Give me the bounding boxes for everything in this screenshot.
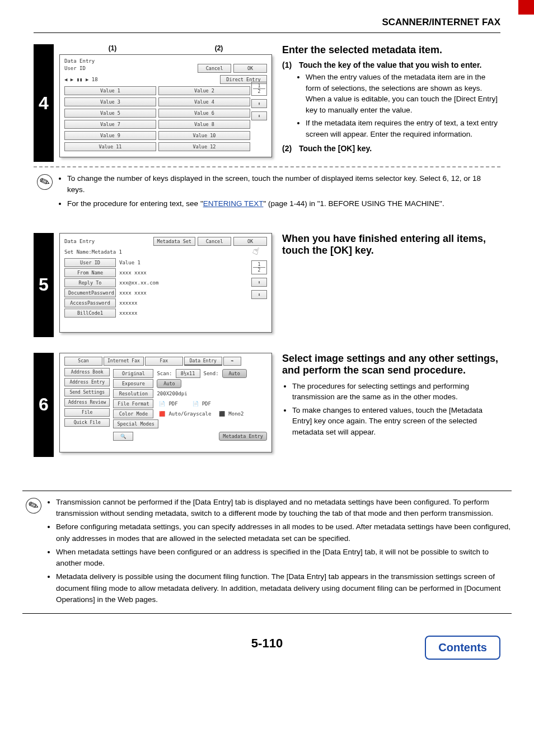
ok-button[interactable]: OK [233, 237, 267, 246]
field-button[interactable]: From Name [64, 268, 116, 277]
tab-scan[interactable]: Scan [64, 357, 102, 366]
value-key[interactable]: Value 12 [158, 142, 250, 151]
panel-title: Data Entry [64, 239, 151, 244]
page-header: SCANNER/INTERNET FAX [0, 0, 534, 30]
field-value: xxxx xxxx [119, 270, 147, 276]
note-bullet: When metadata settings have been configu… [56, 547, 512, 570]
tab-ifax[interactable]: Internet Fax [104, 357, 144, 366]
send-value[interactable]: Auto [222, 369, 247, 378]
side-button[interactable]: Address Book [64, 368, 110, 376]
red-corner [518, 0, 534, 15]
send-label: Send: [204, 371, 219, 376]
bullet: The procedures for selecting settings an… [292, 381, 500, 403]
value-key[interactable]: Value 2 [158, 86, 250, 95]
arrow-up-button[interactable]: ⬆ [251, 99, 267, 108]
row-label[interactable]: File Format [113, 399, 153, 408]
side-button[interactable]: Address Review [64, 398, 110, 407]
resolution-value: 200X200dpi [157, 391, 187, 396]
scan-value[interactable]: 8½x11 [176, 369, 200, 378]
pager-total: 2 [253, 267, 265, 273]
value-key[interactable]: Value 1 [64, 86, 156, 95]
note-bullet: Metadata delivery is possible using the … [56, 571, 512, 605]
value-key[interactable]: Value 5 [64, 109, 156, 118]
field-value: xxxxxx [119, 310, 138, 316]
note-icon: ✎ [22, 497, 45, 514]
tab-fax[interactable]: Fax [145, 357, 183, 366]
side-button[interactable]: Address Entry [64, 378, 110, 386]
note-icon: ✎ [34, 173, 56, 190]
field-button[interactable]: User ID [64, 258, 116, 267]
pager-total: 2 [253, 88, 265, 94]
set-name: Set Name:Metadata 1 [64, 249, 267, 255]
ok-button[interactable]: OK [233, 64, 267, 73]
note-bullet: To change the number of keys displayed i… [67, 173, 500, 196]
step-4: 4 (1) (2) Data Entry User ID Cancel OK ◀… [34, 44, 500, 162]
arrow-up-button[interactable]: ⬆ [251, 278, 267, 287]
value-key[interactable]: Value 4 [158, 97, 250, 106]
step-number-6: 6 [34, 353, 54, 457]
dashed-separator [34, 166, 500, 167]
arrow-down-button[interactable]: ⬇ [251, 290, 267, 299]
bullet: When the entry values of the metadata it… [306, 72, 500, 115]
marker-2: (2) [215, 44, 223, 52]
pager-current: 1 [253, 83, 265, 88]
entering-text-link[interactable]: ENTERING TEXT [203, 199, 264, 208]
substep-num-1: (1) [282, 60, 299, 69]
metadata-entry-button[interactable]: Metadata Entry [219, 432, 267, 441]
metadata-set-button[interactable]: Metadata Set [153, 237, 195, 246]
step-number-4: 4 [34, 44, 54, 162]
contents-button[interactable]: Contents [425, 636, 500, 660]
note-text: For the procedure for entering text, see… [67, 199, 203, 208]
row-label[interactable]: Exposure [113, 379, 153, 388]
step5-panel: Data Entry Metadata Set Cancel OK ☝ Set … [59, 233, 272, 333]
marker-1: (1) [109, 44, 117, 52]
substep-text-2: Touch the [OK] key. [299, 144, 372, 153]
row-label[interactable]: Original [113, 369, 153, 378]
page-sel[interactable]: 18 [92, 77, 98, 82]
field-button[interactable]: BillCode1 [64, 309, 116, 318]
side-button[interactable]: File [64, 408, 110, 417]
value-key[interactable]: Value 3 [64, 97, 156, 106]
row-label[interactable]: Resolution [113, 389, 153, 398]
cm-v1: Auto/Grayscale [168, 411, 211, 417]
ff-v2: PDF [202, 401, 211, 407]
field-button[interactable]: AccessPassword [64, 298, 116, 307]
note-bullet: Before configuring metadata settings, yo… [56, 521, 512, 544]
pager-current: 1 [253, 262, 265, 267]
field-value: xxxxxx [119, 300, 138, 306]
tab-data-entry[interactable]: Data Entry [184, 357, 222, 366]
cm-v2: Mono2 [228, 411, 243, 417]
step-5: 5 Data Entry Metadata Set Cancel OK ☝ Se… [34, 233, 500, 337]
step4-panel: Data Entry User ID Cancel OK ◀ ▶ ▮▮ ▶ 18… [59, 54, 272, 157]
note-bullet: For the procedure for entering text, see… [67, 198, 500, 209]
cancel-button[interactable]: Cancel [198, 237, 231, 246]
value-key[interactable]: Value 11 [64, 142, 156, 151]
cancel-button[interactable]: Cancel [198, 64, 231, 73]
preview-icon-button[interactable]: 🔍 [113, 432, 133, 441]
note-text: " (page 1-44) in "1. BEFORE USING THE MA… [263, 199, 444, 208]
step6-panel: Scan Internet Fax Fax Data Entry ➡ Addre… [59, 353, 272, 452]
tab-more[interactable]: ➡ [223, 357, 241, 366]
note-bullet: Transmission cannot be performed if the … [56, 497, 512, 520]
value-key[interactable]: Value 7 [64, 120, 156, 129]
field-button[interactable]: DocumentPassword [64, 288, 116, 297]
row-label[interactable]: Color Mode [113, 409, 153, 418]
step4-note: ✎ To change the number of keys displayed… [34, 173, 500, 212]
panel-subtitle: User ID [64, 66, 195, 71]
arrow-down-button[interactable]: ⬇ [251, 111, 267, 120]
bottom-notes: ✎ Transmission cannot be performed if th… [22, 497, 512, 608]
substep-text-1: Touch the key of the value that you wish… [299, 60, 481, 69]
value-key[interactable]: Value 10 [158, 131, 250, 140]
ff-v1: PDF [168, 401, 177, 407]
value-key[interactable]: Value 8 [158, 120, 250, 129]
field-value: xxxx xxxx [119, 290, 147, 296]
step4-heading: Enter the selected metadata item. [282, 44, 500, 56]
side-button[interactable]: Send Settings [64, 388, 110, 396]
step-6: 6 Scan Internet Fax Fax Data Entry ➡ Add… [34, 353, 500, 457]
row-label[interactable]: Special Modes [113, 419, 158, 428]
exposure-value[interactable]: Auto [157, 379, 181, 388]
field-button[interactable]: Reply To [64, 278, 116, 287]
value-key[interactable]: Value 9 [64, 131, 156, 140]
side-button[interactable]: Quick File [64, 418, 110, 427]
value-key[interactable]: Value 6 [158, 109, 250, 118]
